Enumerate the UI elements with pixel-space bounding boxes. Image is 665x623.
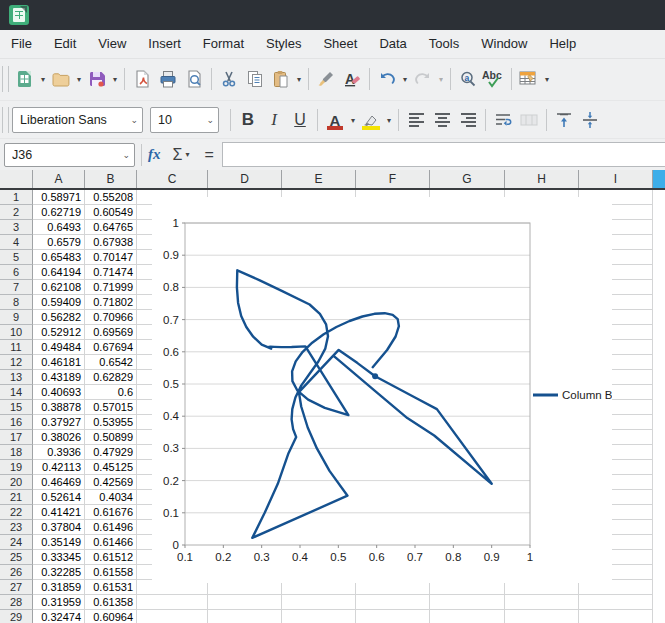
redo-dropdown[interactable]: ▾ <box>436 66 446 92</box>
cell-I29[interactable] <box>579 610 653 623</box>
cell-D28[interactable] <box>208 595 282 610</box>
underline-button[interactable]: U <box>287 107 313 133</box>
column-header-E[interactable]: E <box>282 170 356 188</box>
cell-A18[interactable]: 0.3936 <box>33 445 85 460</box>
copy-button[interactable] <box>242 66 268 92</box>
print-button[interactable] <box>155 66 181 92</box>
row-header-6[interactable]: 6 <box>0 265 33 280</box>
menu-window[interactable]: Window <box>470 30 538 58</box>
row-header-10[interactable]: 10 <box>0 325 33 340</box>
row-header-7[interactable]: 7 <box>0 280 33 295</box>
cell-B16[interactable]: 0.53955 <box>85 415 137 430</box>
cell-A27[interactable]: 0.31859 <box>33 580 85 595</box>
menu-view[interactable]: View <box>87 30 137 58</box>
cell-A3[interactable]: 0.6493 <box>33 220 85 235</box>
align-left-button[interactable] <box>403 107 429 133</box>
cell-B27[interactable]: 0.61531 <box>85 580 137 595</box>
row-header-29[interactable]: 29 <box>0 610 33 623</box>
select-all-corner[interactable] <box>0 170 33 188</box>
cell-B26[interactable]: 0.61558 <box>85 565 137 580</box>
row-header-23[interactable]: 23 <box>0 520 33 535</box>
cell-B23[interactable]: 0.61496 <box>85 520 137 535</box>
column-header-C[interactable]: C <box>137 170 208 188</box>
cell-A6[interactable]: 0.64194 <box>33 265 85 280</box>
row-header-4[interactable]: 4 <box>0 235 33 250</box>
row-header-11[interactable]: 11 <box>0 340 33 355</box>
cell-B24[interactable]: 0.61466 <box>85 535 137 550</box>
row-header-2[interactable]: 2 <box>0 205 33 220</box>
menu-insert[interactable]: Insert <box>137 30 192 58</box>
merge-cells-button[interactable] <box>516 107 542 133</box>
toolbar-drag-handle[interactable] <box>2 66 9 92</box>
cell-A13[interactable]: 0.43189 <box>33 370 85 385</box>
row-header-19[interactable]: 19 <box>0 460 33 475</box>
column-header-G[interactable]: G <box>430 170 505 188</box>
row-header-16[interactable]: 16 <box>0 415 33 430</box>
cell-B17[interactable]: 0.50899 <box>85 430 137 445</box>
cell-C29[interactable] <box>137 610 208 623</box>
italic-button[interactable]: I <box>261 107 287 133</box>
align-center-button[interactable] <box>429 107 455 133</box>
cell-F29[interactable] <box>356 610 430 623</box>
cell-A24[interactable]: 0.35149 <box>33 535 85 550</box>
row-header-20[interactable]: 20 <box>0 475 33 490</box>
cell-G28[interactable] <box>430 595 505 610</box>
paste-dropdown[interactable]: ▾ <box>294 66 304 92</box>
menu-format[interactable]: Format <box>192 30 255 58</box>
function-wizard-icon[interactable]: fx <box>148 146 161 163</box>
wrap-text-button[interactable] <box>490 107 516 133</box>
cell-A17[interactable]: 0.38026 <box>33 430 85 445</box>
cell-I28[interactable] <box>579 595 653 610</box>
cell-F28[interactable] <box>356 595 430 610</box>
row-header-27[interactable]: 27 <box>0 580 33 595</box>
cell-B28[interactable]: 0.61358 <box>85 595 137 610</box>
cell-A9[interactable]: 0.56282 <box>33 310 85 325</box>
formula-input[interactable] <box>222 142 665 167</box>
undo-dropdown[interactable]: ▾ <box>400 66 410 92</box>
menu-styles[interactable]: Styles <box>255 30 312 58</box>
sum-dropdown[interactable]: ▾ <box>182 142 192 168</box>
cell-A22[interactable]: 0.41421 <box>33 505 85 520</box>
name-box[interactable]: J36 ⌄ <box>4 143 135 167</box>
cell-B7[interactable]: 0.71999 <box>85 280 137 295</box>
bold-button[interactable]: B <box>235 107 261 133</box>
row-header-15[interactable]: 15 <box>0 400 33 415</box>
cell-B13[interactable]: 0.62829 <box>85 370 137 385</box>
row-header-22[interactable]: 22 <box>0 505 33 520</box>
new-document-button[interactable] <box>12 66 38 92</box>
cell-B8[interactable]: 0.71802 <box>85 295 137 310</box>
cell-B1[interactable]: 0.55208 <box>85 190 137 205</box>
row-header-1[interactable]: 1 <box>0 190 33 205</box>
column-header-J[interactable] <box>653 170 665 188</box>
cell-A11[interactable]: 0.49484 <box>33 340 85 355</box>
cell-A21[interactable]: 0.52614 <box>33 490 85 505</box>
row-header-28[interactable]: 28 <box>0 595 33 610</box>
cell-B6[interactable]: 0.71474 <box>85 265 137 280</box>
cell-E28[interactable] <box>282 595 356 610</box>
save-button[interactable] <box>84 66 110 92</box>
autofilter-table-button[interactable] <box>516 66 542 92</box>
cell-B9[interactable]: 0.70966 <box>85 310 137 325</box>
cell-A2[interactable]: 0.62719 <box>33 205 85 220</box>
cell-B11[interactable]: 0.67694 <box>85 340 137 355</box>
cell-B3[interactable]: 0.64765 <box>85 220 137 235</box>
column-headers[interactable]: ABCDEFGHI <box>0 170 665 190</box>
highlight-color-button[interactable] <box>358 107 384 133</box>
cell-H28[interactable] <box>505 595 579 610</box>
cell-B20[interactable]: 0.42569 <box>85 475 137 490</box>
open-file-dropdown[interactable]: ▾ <box>74 66 84 92</box>
cell-H29[interactable] <box>505 610 579 623</box>
row-header-9[interactable]: 9 <box>0 310 33 325</box>
autofilter-dropdown[interactable]: ▾ <box>542 66 552 92</box>
print-preview-button[interactable] <box>181 66 207 92</box>
sheet-grid[interactable]: ABCDEFGHI 10.589710.5520820.627190.60549… <box>0 170 665 623</box>
clone-formatting-button[interactable] <box>313 66 339 92</box>
column-header-H[interactable]: H <box>505 170 579 188</box>
cell-A23[interactable]: 0.37804 <box>33 520 85 535</box>
highlight-color-dropdown[interactable]: ▾ <box>384 107 394 133</box>
embedded-chart[interactable]: 00.10.20.30.40.50.60.70.80.910.10.20.30.… <box>152 197 612 583</box>
row-header-24[interactable]: 24 <box>0 535 33 550</box>
cell-B4[interactable]: 0.67938 <box>85 235 137 250</box>
cell-B5[interactable]: 0.70147 <box>85 250 137 265</box>
row-header-25[interactable]: 25 <box>0 550 33 565</box>
